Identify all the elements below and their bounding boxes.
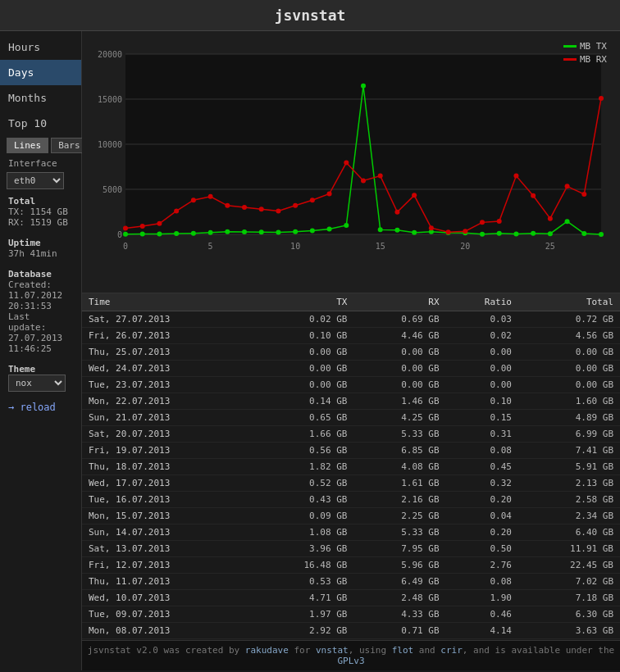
svg-point-39 (497, 231, 502, 236)
cell-rx: 6.85 GB (353, 443, 445, 459)
footer-flot-link[interactable]: flot (392, 645, 414, 656)
cell-ratio: 0.02 (446, 328, 518, 344)
cell-ratio: 2.76 (446, 557, 518, 574)
cell-ratio: 0.08 (446, 443, 518, 459)
cell-rx: 0.00 GB (353, 377, 445, 393)
cell-total: 5.91 GB (518, 459, 620, 475)
cell-total: 2.34 GB (518, 508, 620, 524)
svg-point-72 (565, 184, 570, 188)
cell-time: Fri, 26.07.2013 (82, 328, 252, 344)
theme-select[interactable]: nox (8, 375, 66, 392)
footer-crir-link[interactable]: crir (440, 645, 463, 656)
nav-months[interactable]: Months (0, 85, 81, 111)
svg-text:5000: 5000 (103, 185, 122, 194)
table-row: Wed, 24.07.2013 0.00 GB 0.00 GB 0.00 0.0… (82, 361, 620, 377)
table-row: Wed, 17.07.2013 0.52 GB 1.61 GB 0.32 2.1… (82, 475, 620, 492)
cell-ratio: 0.03 (446, 311, 518, 328)
cell-total: 0.00 GB (518, 377, 620, 393)
svg-point-20 (174, 231, 179, 236)
cell-tx: 4.71 GB (252, 590, 353, 606)
svg-point-32 (378, 227, 383, 232)
cell-time: Wed, 17.07.2013 (82, 475, 252, 492)
cell-time: Mon, 15.07.2013 (82, 508, 252, 524)
legend-rx-label: MB RX (580, 54, 607, 65)
svg-point-73 (581, 192, 586, 197)
legend-tx-label: MB TX (580, 41, 607, 52)
cell-tx: 0.65 GB (252, 410, 353, 426)
cell-total: 6.30 GB (518, 606, 620, 623)
cell-total: 3.63 GB (518, 623, 620, 639)
cell-total: 0.72 GB (518, 311, 620, 328)
footer-text5: , and is available under the (463, 645, 614, 656)
svg-text:20: 20 (460, 242, 470, 251)
cell-time: Sun, 21.07.2013 (82, 410, 252, 426)
svg-point-38 (480, 232, 485, 237)
cell-total: 4.89 GB (518, 410, 620, 426)
lines-button[interactable]: Lines (7, 138, 48, 153)
cell-total: 4.56 GB (518, 328, 620, 344)
svg-point-71 (548, 216, 553, 221)
table-row: Mon, 22.07.2013 0.14 GB 1.46 GB 0.10 1.6… (82, 393, 620, 410)
footer-gpl-link[interactable]: GPLv3 (337, 656, 364, 666)
uptime-value: 37h 41min (8, 248, 73, 259)
col-time: Time (82, 293, 252, 311)
table-row: Mon, 08.07.2013 2.92 GB 0.71 GB 4.14 3.6… (82, 623, 620, 639)
svg-text:0: 0 (117, 230, 122, 239)
svg-point-59 (344, 161, 349, 166)
cell-rx: 5.33 GB (353, 426, 445, 443)
svg-point-50 (191, 198, 196, 202)
svg-point-28 (310, 229, 315, 234)
svg-point-45 (599, 232, 604, 237)
cell-rx: 2.25 GB (353, 508, 445, 524)
cell-rx: 4.25 GB (353, 410, 445, 426)
cell-ratio: 0.46 (446, 606, 518, 623)
legend-tx: MB TX (563, 41, 607, 52)
sidebar: Hours Days Months Top 10 Lines Bars Inte… (0, 31, 82, 670)
chart-svg: 050001000015000200000510152025 (89, 38, 613, 267)
interface-select[interactable]: eth0 (7, 172, 64, 189)
svg-point-40 (513, 231, 518, 236)
svg-point-62 (394, 210, 399, 215)
svg-point-57 (310, 198, 315, 202)
nav-days[interactable]: Days (0, 60, 81, 85)
cell-ratio: 4.14 (446, 623, 518, 639)
reload-button[interactable]: → reload (0, 397, 81, 418)
svg-point-19 (157, 231, 162, 236)
db-updated-label: Last update: (8, 311, 73, 333)
svg-text:10: 10 (290, 242, 300, 251)
svg-point-23 (225, 229, 230, 234)
svg-point-63 (412, 193, 417, 198)
svg-text:5: 5 (208, 242, 213, 251)
table-row: Fri, 12.07.2013 16.48 GB 5.96 GB 2.76 22… (82, 557, 620, 574)
svg-point-27 (293, 229, 298, 234)
footer-vnstat-link[interactable]: vnstat (316, 645, 349, 656)
col-tx: TX (252, 293, 353, 311)
footer-author-link[interactable]: rakudave (245, 645, 289, 656)
svg-point-26 (276, 230, 280, 235)
cell-ratio: 0.00 (446, 377, 518, 393)
uptime-label: Uptime (8, 238, 73, 248)
table-row: Sun, 14.07.2013 1.08 GB 5.33 GB 0.20 6.4… (82, 524, 620, 541)
svg-point-52 (225, 203, 230, 208)
svg-point-34 (412, 230, 417, 235)
table-row: Thu, 18.07.2013 1.82 GB 4.08 GB 0.45 5.9… (82, 459, 620, 475)
legend-rx: MB RX (563, 54, 607, 65)
svg-text:15: 15 (376, 242, 385, 251)
svg-point-60 (361, 178, 366, 183)
cell-tx: 0.00 GB (252, 344, 353, 361)
cell-tx: 1.82 GB (252, 459, 353, 475)
svg-point-55 (276, 208, 280, 213)
cell-rx: 0.00 GB (353, 344, 445, 361)
table-row: Fri, 26.07.2013 0.10 GB 4.46 GB 0.02 4.5… (82, 328, 620, 344)
table-row: Tue, 23.07.2013 0.00 GB 0.00 GB 0.00 0.0… (82, 377, 620, 393)
cell-rx: 0.69 GB (353, 311, 445, 328)
nav-top10[interactable]: Top 10 (0, 111, 81, 136)
nav-hours[interactable]: Hours (0, 34, 81, 60)
cell-rx: 4.46 GB (353, 328, 445, 344)
svg-point-65 (446, 229, 451, 234)
table-row: Fri, 19.07.2013 0.56 GB 6.85 GB 0.08 7.4… (82, 443, 620, 459)
cell-ratio: 0.20 (446, 492, 518, 508)
svg-point-66 (463, 229, 467, 234)
footer-text4: and (413, 645, 440, 656)
svg-text:0: 0 (123, 242, 128, 251)
